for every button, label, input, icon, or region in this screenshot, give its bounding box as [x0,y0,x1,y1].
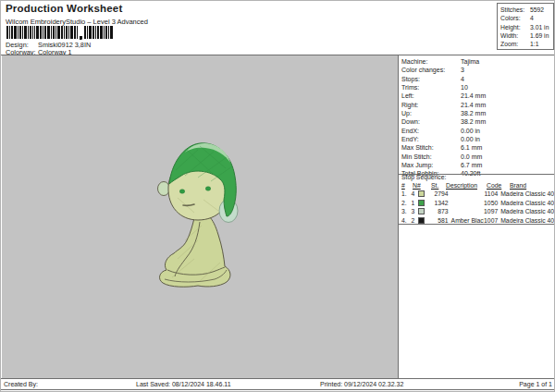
stop-sequence-row: 1. 4 2794 1104 Madeira Classic 40 [401,190,554,199]
col-header-code: Code [487,181,510,190]
machine-value: 38.2 mm [461,118,486,125]
machine-row: Max Stitch:6.1 mm [401,143,553,152]
cell-code: 1104 [484,190,499,197]
panel-divider-bottom [398,224,555,225]
footer-bar: Created By: Last Saved: 08/12/2024 18.46… [1,378,555,390]
stop-sequence-row: 2. 1 1342 1050 Madeira Classic 40 [401,199,554,208]
machine-value: Tajima [461,58,479,65]
summary-row: Zoom:1:1 [500,40,553,48]
page-title: Production Worksheet [6,3,122,14]
cell-code: 1097 [484,208,499,214]
cell-code: 1050 [484,200,499,206]
thread-color-swatch [418,190,425,197]
production-worksheet-page: Production Worksheet Wilcom EmbroiderySt… [0,0,555,392]
col-header-stitches: St. [431,181,446,190]
summary-value: 1.69 in [530,32,549,39]
character-eye-left [179,190,184,193]
thread-color-swatch [418,200,425,206]
machine-value: 3 [461,67,464,73]
cell-stitches: 2794 [429,190,449,197]
cell-stitches: 873 [429,208,449,214]
stop-sequence-row: 3. 3 873 1097 Madeira Classic 40 [401,207,554,216]
design-summary-box: Stitches:5592 Colors:4 Height:3.01 in Wi… [497,3,554,50]
machine-row: Color changes:3 [401,66,553,74]
cell-num: 3. [401,208,411,214]
cell-needle: 4 [411,190,418,197]
machine-row: Max Jump:6.7 mm [401,161,553,169]
summary-label: Zoom: [500,40,530,48]
summary-value: 3.01 in [530,24,549,31]
summary-row: Width:1.69 in [500,31,553,40]
machine-row: EndY:0.00 in [401,135,553,143]
machine-label: Trims: [401,83,461,92]
machine-row: Min Stitch:0.0 mm [401,153,553,161]
machine-label: Machine: [401,57,461,66]
summary-value: 1:1 [530,41,538,47]
col-header-needle: N# [413,181,431,190]
machine-label: Left: [401,92,461,100]
machine-label: Down: [401,117,461,126]
machine-value: 6.7 mm [461,162,482,168]
barcode [6,26,114,40]
design-preview-area [2,55,399,378]
footer-last-saved: Last Saved: 08/12/2024 18.46.11 [136,381,231,387]
cell-brand: Madeira Classic 40 [498,208,554,214]
machine-label: Up: [401,109,461,117]
machine-label: Max Stitch: [401,143,461,152]
machine-value: 38.2 mm [461,110,486,116]
machine-row: Left:21.4 mm [401,92,553,100]
machine-row: Up:38.2 mm [401,109,553,117]
summary-value: 5592 [530,6,544,13]
cell-needle: 1 [411,200,418,206]
cell-num: 1. [401,190,411,197]
cell-swatch [418,208,428,214]
summary-label: Colors: [500,14,530,22]
machine-value: 0.00 in [461,136,480,142]
machine-label: Stops: [401,75,461,83]
machine-label: EndX: [401,127,461,135]
cell-stitches: 1342 [429,200,449,206]
embroidery-design-smiski [146,131,253,290]
machine-row: Trims:10 [401,83,553,92]
machine-label: Max Jump: [401,161,461,169]
machine-value: 10 [461,84,468,91]
summary-label: Height: [500,23,530,31]
footer-page-number: Page 1 of 1 [519,381,552,387]
stop-sequence-title: Stop Sequence: [401,173,554,181]
cell-swatch [418,190,428,197]
machine-label: Right: [401,101,461,109]
summary-row: Stitches:5592 [500,6,553,14]
machine-label: EndY: [401,135,461,143]
cell-brand: Madeira Classic 40 [498,200,554,206]
summary-value: 4 [530,15,534,21]
footer-printed: Printed: 09/12/2024 02.32.32 [320,381,403,387]
stop-sequence-header: # N# St. Description Code Brand [401,181,554,190]
machine-value: 21.4 mm [461,92,486,99]
summary-row: Colors:4 [500,14,553,22]
machine-row: Right:21.4 mm [401,101,553,109]
machine-value: 6.1 mm [461,144,482,151]
footer-created-by: Created By: [4,381,38,387]
stop-sequence-block: Stop Sequence: # N# St. Description Code… [401,173,554,225]
thread-color-swatch [418,208,425,214]
summary-row: Height:3.01 in [500,23,553,31]
col-header-description: Description [446,181,487,190]
machine-row: EndX:0.00 in [401,127,553,135]
col-header-num: # [401,181,413,190]
character-body [160,216,230,287]
machine-label: Color changes: [401,66,461,74]
machine-info-block: Machine:Tajima Color changes:3 Stops:4 T… [401,57,553,178]
machine-row: Down:38.2 mm [401,117,553,126]
summary-label: Width: [500,31,530,40]
app-subtitle: Wilcom EmbroideryStudio – Level 3 Advanc… [6,18,148,26]
machine-row: Stops:4 [401,75,553,83]
summary-label: Stitches: [500,6,530,14]
machine-value: 0.0 mm [461,153,482,160]
machine-value: 0.00 in [461,128,480,134]
machine-row: Machine:Tajima [401,57,553,66]
cell-swatch [418,200,428,206]
cell-num: 2. [401,200,411,206]
machine-value: 21.4 mm [461,102,486,108]
machine-value: 4 [461,76,464,82]
cell-brand: Madeira Classic 40 [498,190,554,197]
